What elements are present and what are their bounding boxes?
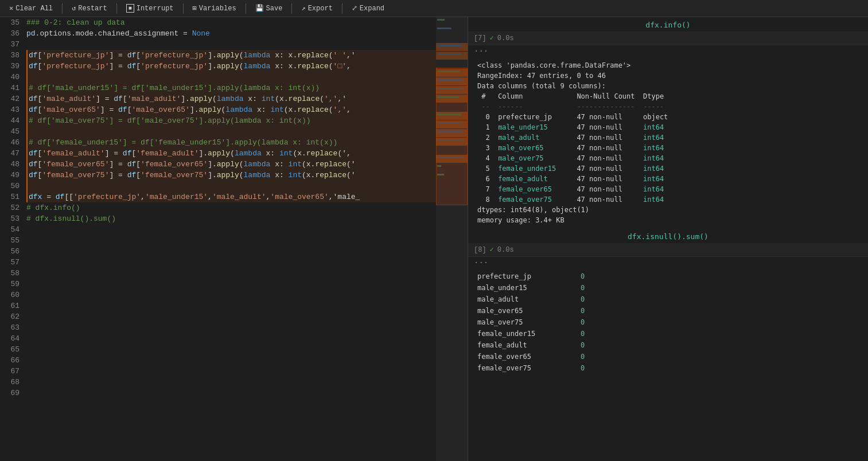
isnull-value: 0	[581, 271, 585, 282]
main-content: 3536373839404142434445464748495051525354…	[0, 17, 868, 461]
isnull-value: 0	[581, 317, 585, 328]
line-number: 45	[0, 126, 20, 137]
line-number: 67	[0, 366, 20, 377]
line-number: 69	[0, 388, 20, 399]
code-line	[26, 268, 436, 279]
code-line: # df['male_over75'] = df['male_over75'].…	[26, 115, 436, 126]
line-number: 61	[0, 300, 20, 311]
line-number: 63	[0, 322, 20, 333]
code-line	[26, 279, 436, 290]
line-number: 35	[0, 17, 20, 28]
code-line	[26, 366, 436, 377]
line-number: 46	[0, 137, 20, 148]
cell8-header: [8] ✓ 0.0s	[468, 243, 868, 257]
isnull-key: female_under15	[477, 328, 581, 339]
code-line	[26, 377, 436, 388]
isnull-value: 0	[581, 294, 585, 305]
toolbar: ✕ Clear All ↺ Restart ■ Interrupt ⊞ Vari…	[0, 0, 868, 17]
editor-panel: 3536373839404142434445464748495051525354…	[0, 17, 436, 461]
line-number: 65	[0, 344, 20, 355]
line-number: 68	[0, 377, 20, 388]
line-number: 51	[0, 192, 20, 202]
interrupt-button[interactable]: ■ Interrupt	[122, 3, 178, 14]
separator3	[183, 3, 184, 14]
save-icon: 💾	[255, 4, 264, 13]
output-panel[interactable]: dfx.info() [7] ✓ 0.0s ··· <class 'pandas…	[468, 17, 868, 461]
clear-all-button[interactable]: ✕ Clear All	[5, 3, 57, 14]
x-icon: ✕	[9, 4, 13, 13]
restart-button[interactable]: ↺ Restart	[67, 3, 112, 14]
code-line: pd.options.mode.chained_assignment = Non…	[26, 28, 436, 39]
restart-icon: ↺	[72, 4, 76, 13]
code-line: df['male_over65'] = df['male_over65'].ap…	[26, 104, 436, 115]
isnull-key: male_adult	[477, 294, 581, 305]
expand-icon: ⤢	[352, 4, 357, 13]
code-editor[interactable]: ### 0-2: clean up datapd.options.mode.ch…	[24, 17, 436, 461]
cell7-ellipsis: ···	[468, 45, 868, 57]
separator	[62, 3, 63, 14]
export-button[interactable]: ↗ Export	[297, 3, 337, 14]
line-number: 48	[0, 159, 20, 170]
line-number: 47	[0, 148, 20, 159]
code-line	[26, 235, 436, 246]
isnull-row: male_under150	[477, 282, 859, 294]
code-line: ### 0-2: clean up data	[26, 17, 436, 28]
cell7-header: [7] ✓ 0.0s	[468, 32, 868, 45]
code-line	[26, 39, 436, 50]
line-number: 60	[0, 290, 20, 300]
code-line: df['female_over65'] = df['female_over65'…	[26, 159, 436, 170]
isnull-row: male_over650	[477, 305, 859, 317]
isnull-row: female_over650	[477, 351, 859, 362]
line-number: 59	[0, 279, 20, 290]
code-line: # df['male_under15'] = df['male_under15'…	[26, 83, 436, 93]
line-number: 49	[0, 170, 20, 181]
minimap	[436, 17, 468, 461]
line-number: 66	[0, 355, 20, 366]
cell8-check: ✓	[490, 245, 494, 254]
isnull-output: prefecture_jp0male_under150male_adult0ma…	[468, 268, 868, 380]
isnull-value: 0	[581, 328, 585, 339]
code-line	[26, 333, 436, 344]
isnull-row: male_over750	[477, 317, 859, 328]
line-number: 43	[0, 104, 20, 115]
cell7-command: dfx.info()	[468, 17, 868, 32]
line-number: 37	[0, 39, 20, 50]
code-line: # df['female_under15'] = df['female_unde…	[26, 137, 436, 148]
code-line	[26, 300, 436, 311]
code-line	[26, 355, 436, 366]
line-number: 57	[0, 257, 20, 268]
isnull-value: 0	[581, 282, 585, 294]
line-number: 44	[0, 115, 20, 126]
line-number: 39	[0, 61, 20, 72]
expand-button[interactable]: ⤢ Expand	[347, 3, 389, 14]
line-number: 38	[0, 50, 20, 61]
code-line	[26, 181, 436, 192]
isnull-row: prefecture_jp0	[477, 271, 859, 282]
code-line	[26, 311, 436, 322]
save-button[interactable]: 💾 Save	[251, 3, 287, 14]
interrupt-icon: ■	[126, 4, 134, 13]
isnull-key: female_adult	[477, 339, 581, 351]
cell7-output: <class 'pandas.core.frame.DataFrame'> Ra…	[468, 57, 868, 229]
line-number: 53	[0, 213, 20, 224]
line-number: 40	[0, 72, 20, 83]
variables-button[interactable]: ⊞ Variables	[188, 3, 241, 14]
isnull-row: female_adult0	[477, 339, 859, 351]
cell8-time: 0.0s	[497, 246, 514, 254]
line-number: 58	[0, 268, 20, 279]
code-line: dfx = df[['prefecture_jp','male_under15'…	[26, 192, 436, 202]
code-line	[26, 126, 436, 137]
isnull-row: female_under150	[477, 328, 859, 339]
separator4	[246, 3, 246, 14]
code-line	[26, 290, 436, 300]
code-line: df['female_over75'] = df['female_over75'…	[26, 170, 436, 181]
line-number: 56	[0, 246, 20, 257]
cell7-check: ✓	[490, 34, 494, 42]
separator2	[116, 3, 117, 14]
code-line	[26, 344, 436, 355]
isnull-row: female_over750	[477, 362, 859, 374]
minimap-viewport	[436, 68, 468, 205]
cell8-command: dfx.isnull().sum()	[468, 229, 868, 243]
code-line: df['prefecture_jp'] = df['prefecture_jp'…	[26, 61, 436, 72]
export-icon: ↗	[301, 4, 305, 13]
